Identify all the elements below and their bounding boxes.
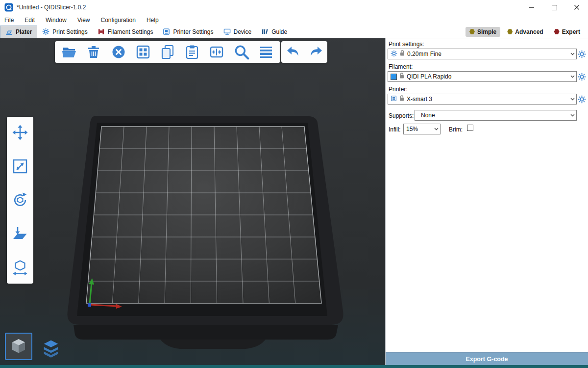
printer-combo[interactable]: X-smart 3 (388, 94, 577, 105)
open-button[interactable] (59, 42, 79, 62)
editor-view-button[interactable] (5, 333, 32, 360)
tab-label: Print Settings (52, 28, 87, 35)
delete-all-button[interactable] (109, 42, 128, 62)
scene-viewport[interactable] (0, 38, 385, 365)
rotate-button[interactable] (9, 189, 31, 211)
print-settings-gear-button[interactable] (577, 50, 586, 58)
preview-view-button[interactable] (39, 337, 63, 360)
filament-spool-icon (98, 28, 105, 35)
window-bottom-edge (0, 365, 588, 368)
place-on-face-icon (12, 226, 28, 242)
tab-label: Plater (16, 28, 32, 35)
tab-plater[interactable]: Plater (0, 26, 37, 38)
paste-button[interactable] (182, 42, 202, 62)
scale-icon (12, 158, 28, 175)
trash-icon (86, 44, 101, 60)
print-settings-label: Print settings: (389, 41, 424, 48)
maximize-button[interactable] (543, 0, 565, 15)
mode-expert[interactable]: Expert (550, 27, 584, 37)
search-icon (233, 44, 250, 60)
menu-help[interactable]: Help (141, 17, 164, 24)
scale-button[interactable] (9, 156, 31, 177)
window-controls (520, 0, 588, 15)
paste-icon (184, 44, 200, 60)
printer-value: X-smart 3 (407, 96, 566, 103)
minimize-icon (529, 7, 534, 8)
undo-button[interactable] (283, 42, 303, 62)
tab-label: Filament Settings (108, 28, 153, 35)
menu-window[interactable]: Window (40, 17, 72, 24)
split-objects-button[interactable] (207, 42, 226, 62)
guide-books-icon (261, 28, 269, 35)
menu-view[interactable]: View (72, 17, 96, 24)
arrange-button[interactable] (133, 42, 153, 62)
tab-printer-settings[interactable]: Printer Settings (158, 26, 218, 38)
minimize-button[interactable] (520, 0, 543, 15)
maximize-icon (552, 5, 557, 10)
printer-label: Printer: (389, 86, 408, 93)
mode-simple[interactable]: Simple (466, 27, 500, 37)
expert-mode-icon (554, 29, 560, 34)
infill-label: Infill: (389, 126, 401, 133)
supports-value: None (421, 112, 566, 119)
copy-button[interactable] (158, 42, 177, 62)
tab-filament-settings[interactable]: Filament Settings (93, 26, 158, 38)
move-icon (12, 124, 28, 141)
settings-sidebar: Print settings: 0.20mm Fine Filament: QI… (385, 38, 588, 365)
infill-value: 15% (406, 126, 430, 132)
tab-bar: Plater Print Settings Filament Settings … (0, 26, 588, 38)
preview-layers-icon (40, 338, 62, 359)
simple-mode-icon (469, 29, 475, 34)
close-icon (574, 4, 580, 10)
printer-gear-button[interactable] (577, 95, 586, 104)
plater-icon (5, 28, 13, 36)
move-button[interactable] (9, 122, 31, 143)
view-mode-toolbar (5, 333, 63, 360)
tab-label: Device (234, 28, 252, 35)
redo-icon (308, 44, 324, 60)
print-settings-value: 0.20mm Fine (407, 51, 566, 57)
infill-combo[interactable]: 15% (403, 124, 441, 134)
delete-button[interactable] (84, 42, 103, 62)
editor-3d-icon (9, 337, 28, 356)
rotate-icon (12, 192, 28, 209)
tab-guide[interactable]: Guide (256, 26, 292, 38)
chevron-down-icon (432, 124, 440, 134)
brim-checkbox[interactable] (467, 125, 473, 131)
app-window: *Untitled - QIDISlicer-1.0.2 File Edit W… (0, 0, 588, 368)
gear-icon (578, 73, 586, 81)
close-button[interactable] (565, 0, 588, 15)
copy-icon (160, 44, 175, 60)
open-folder-icon (61, 44, 77, 60)
arrange-icon (135, 44, 151, 60)
gear-icon (391, 50, 397, 58)
printer-icon (391, 95, 397, 103)
menu-edit[interactable]: Edit (19, 17, 40, 24)
titlebar: *Untitled - QIDISlicer-1.0.2 (0, 0, 588, 15)
supports-label: Supports: (389, 112, 414, 119)
app-logo-icon (4, 3, 13, 12)
place-on-face-button[interactable] (9, 223, 31, 245)
filament-combo[interactable]: QIDI PLA Rapido (388, 71, 577, 82)
measure-icon (12, 260, 28, 276)
variable-layer-height-button[interactable] (256, 42, 276, 62)
window-title: *Untitled - QIDISlicer-1.0.2 (17, 4, 86, 11)
delete-all-icon (111, 44, 126, 60)
mode-advanced[interactable]: Advanced (503, 27, 547, 37)
split-objects-icon (209, 44, 224, 60)
supports-combo[interactable]: None (415, 110, 577, 121)
export-gcode-button[interactable]: Export G-code (386, 352, 588, 365)
filament-label: Filament: (389, 63, 413, 70)
device-monitor-icon (223, 28, 231, 35)
search-button[interactable] (232, 42, 251, 62)
advanced-mode-icon (507, 29, 513, 34)
tab-print-settings[interactable]: Print Settings (37, 26, 92, 38)
menu-configuration[interactable]: Configuration (96, 17, 141, 24)
chevron-down-icon (568, 94, 576, 104)
menu-file[interactable]: File (0, 17, 19, 24)
measure-button[interactable] (9, 257, 31, 279)
filament-gear-button[interactable] (577, 72, 586, 81)
redo-button[interactable] (306, 42, 326, 62)
print-settings-combo[interactable]: 0.20mm Fine (388, 49, 577, 59)
tab-device[interactable]: Device (219, 26, 257, 38)
